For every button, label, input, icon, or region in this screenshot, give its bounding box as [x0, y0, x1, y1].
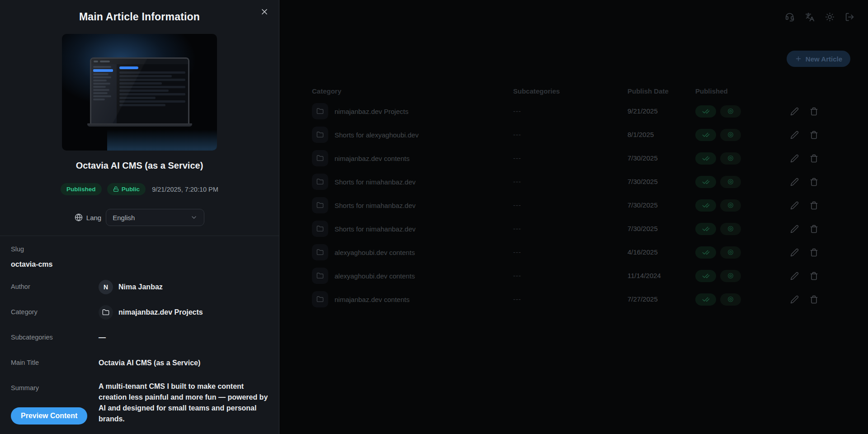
- edit-pencil-icon[interactable]: [790, 131, 799, 139]
- visibility-eye-icon[interactable]: [720, 129, 741, 141]
- row-publish-date: 11/14/2024: [627, 272, 661, 279]
- unlock-icon: [113, 186, 119, 192]
- row-category: alexyaghoubi.dev contents: [335, 249, 415, 256]
- col-header-subcategories: Subcategories: [513, 87, 627, 95]
- edit-pencil-icon[interactable]: [790, 272, 799, 280]
- plus-icon: [795, 55, 802, 62]
- field-label: Main Title: [11, 356, 99, 366]
- delete-trash-icon[interactable]: [810, 248, 818, 257]
- headset-icon[interactable]: [785, 12, 795, 22]
- row-category: Shorts for nimahanbaz.dev: [335, 225, 415, 233]
- published-check-icon[interactable]: [695, 152, 716, 165]
- edit-pencil-icon[interactable]: [790, 201, 799, 210]
- row-subcategories: ---: [513, 248, 521, 256]
- visibility-eye-icon[interactable]: [720, 293, 741, 306]
- field-row-subcategories: Subcategories —: [11, 330, 268, 345]
- table-row[interactable]: Shorts for alexyaghoubi.dev --- 8/1/2025: [312, 123, 818, 146]
- new-article-button[interactable]: New Article: [787, 51, 850, 67]
- published-check-icon[interactable]: [695, 270, 716, 282]
- visibility-eye-icon[interactable]: [720, 152, 741, 165]
- col-header-published: Published: [695, 87, 772, 95]
- row-category: nimajanbaz.dev Projects: [335, 108, 408, 115]
- edit-pencil-icon[interactable]: [790, 225, 799, 233]
- edit-pencil-icon[interactable]: [790, 178, 799, 186]
- delete-trash-icon[interactable]: [810, 225, 818, 233]
- published-check-icon[interactable]: [695, 246, 716, 259]
- row-category: Shorts for nimahanbaz.dev: [335, 202, 415, 209]
- close-icon[interactable]: [258, 5, 271, 18]
- published-check-icon[interactable]: [695, 293, 716, 306]
- delete-trash-icon[interactable]: [810, 107, 818, 116]
- laptop-mockup-image: [87, 57, 192, 127]
- published-check-icon[interactable]: [695, 223, 716, 235]
- folder-icon: [99, 305, 113, 320]
- row-subcategories: ---: [513, 154, 521, 162]
- table-row[interactable]: alexyaghoubi.dev contents --- 4/16/2025: [312, 241, 818, 264]
- publish-datetime: 9/21/2025, 7:20:10 PM: [152, 186, 218, 193]
- row-publish-date: 7/27/2025: [627, 295, 658, 303]
- folder-icon: [312, 268, 328, 284]
- edit-pencil-icon[interactable]: [790, 154, 799, 163]
- visibility-eye-icon[interactable]: [720, 199, 741, 212]
- theme-sun-icon[interactable]: [825, 12, 835, 22]
- row-category: alexyaghoubi.dev contents: [335, 272, 415, 280]
- visibility-eye-icon[interactable]: [720, 105, 741, 118]
- edit-pencil-icon[interactable]: [790, 295, 799, 304]
- new-article-label: New Article: [806, 55, 842, 63]
- language-select[interactable]: English: [106, 209, 204, 226]
- published-check-icon[interactable]: [695, 176, 716, 188]
- row-publish-date: 9/21/2025: [627, 107, 658, 115]
- delete-trash-icon[interactable]: [810, 178, 818, 186]
- topbar: [785, 12, 854, 22]
- table-body: nimajanbaz.dev Projects --- 9/21/2025: [312, 99, 818, 311]
- row-category: nimajanbaz.dev contents: [335, 155, 410, 162]
- published-check-icon[interactable]: [695, 199, 716, 212]
- delete-trash-icon[interactable]: [810, 154, 818, 163]
- field-row-category: Category nimajanbaz.dev Projects: [11, 305, 268, 320]
- folder-icon: [312, 291, 328, 307]
- table-row[interactable]: nimajanbaz.dev contents --- 7/27/2025: [312, 288, 818, 311]
- visibility-eye-icon[interactable]: [720, 246, 741, 259]
- article-info-drawer: Main Article Information: [0, 0, 279, 434]
- field-row-author: Author N Nima Janbaz: [11, 280, 268, 294]
- field-value: octavia-cms: [11, 259, 53, 270]
- main-content: New Article Category Subcategories Publi…: [280, 0, 868, 434]
- language-select-value: English: [113, 214, 135, 222]
- table-row[interactable]: nimajanbaz.dev Projects --- 9/21/2025: [312, 99, 818, 123]
- chevron-down-icon: [190, 214, 198, 221]
- table-row[interactable]: Shorts for nimahanbaz.dev --- 7/30/2025: [312, 193, 818, 217]
- folder-icon: [312, 197, 328, 213]
- row-publish-date: 7/30/2025: [627, 225, 658, 232]
- row-publish-date: 7/30/2025: [627, 154, 658, 162]
- folder-icon: [312, 103, 328, 119]
- translate-icon[interactable]: [805, 12, 815, 22]
- field-value: Nima Janbaz: [118, 282, 163, 292]
- field-label: Category: [11, 305, 99, 316]
- globe-icon: [75, 213, 83, 222]
- article-thumbnail: [62, 34, 217, 151]
- field-value: A multi-tenant CMS I built to make conte…: [99, 381, 268, 425]
- table-row[interactable]: nimajanbaz.dev contents --- 7/30/2025: [312, 146, 818, 170]
- published-check-icon[interactable]: [695, 105, 716, 118]
- delete-trash-icon[interactable]: [810, 201, 818, 210]
- delete-trash-icon[interactable]: [810, 295, 818, 304]
- table-row[interactable]: Shorts for nimahanbaz.dev --- 7/30/2025: [312, 170, 818, 193]
- delete-trash-icon[interactable]: [810, 272, 818, 280]
- col-header-category: Category: [312, 87, 513, 95]
- preview-content-button[interactable]: Preview Content: [11, 407, 87, 425]
- row-subcategories: ---: [513, 178, 521, 185]
- delete-trash-icon[interactable]: [810, 131, 818, 139]
- table-row[interactable]: Shorts for nimahanbaz.dev --- 7/30/2025: [312, 217, 818, 241]
- visibility-eye-icon[interactable]: [720, 270, 741, 282]
- edit-pencil-icon[interactable]: [790, 107, 799, 116]
- row-subcategories: ---: [513, 272, 521, 279]
- visibility-eye-icon[interactable]: [720, 223, 741, 235]
- published-check-icon[interactable]: [695, 129, 716, 141]
- table-row[interactable]: alexyaghoubi.dev contents --- 11/14/2024: [312, 264, 818, 288]
- field-row-slug: Slug octavia-cms: [11, 245, 268, 272]
- row-category: nimajanbaz.dev contents: [335, 296, 410, 303]
- visibility-eye-icon[interactable]: [720, 176, 741, 188]
- logout-icon[interactable]: [844, 12, 854, 22]
- edit-pencil-icon[interactable]: [790, 248, 799, 257]
- row-publish-date: 4/16/2025: [627, 248, 658, 256]
